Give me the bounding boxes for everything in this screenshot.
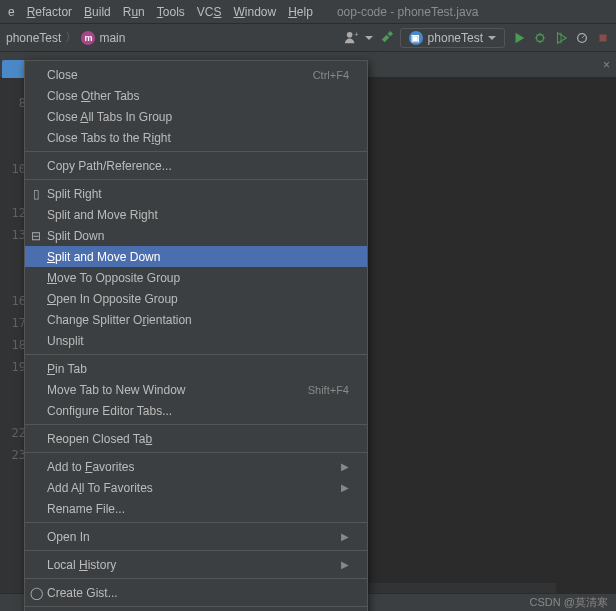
menu-separator bbox=[25, 550, 367, 551]
run-configuration-select[interactable]: ▣ phoneTest bbox=[400, 28, 505, 48]
menu-item-open-in-opposite-group[interactable]: Open In Opposite Group bbox=[25, 288, 367, 309]
menu-item-label: Pin Tab bbox=[47, 362, 349, 376]
menu-item-label: Split and Move Down bbox=[47, 250, 349, 264]
coverage-icon[interactable] bbox=[553, 30, 568, 45]
menu-item-label: Close Other Tabs bbox=[47, 89, 349, 103]
menu-item-shortcut: Shift+F4 bbox=[308, 384, 349, 396]
menu-tools[interactable]: Tools bbox=[151, 3, 191, 21]
menu-vcs[interactable]: VCS bbox=[191, 3, 228, 21]
menu-item-label: Close bbox=[47, 68, 313, 82]
menu-separator bbox=[25, 151, 367, 152]
chevron-down-icon[interactable] bbox=[365, 36, 373, 40]
menu-item-label: Unsplit bbox=[47, 334, 349, 348]
menu-item-change-splitter-orientation[interactable]: Change Splitter Orientation bbox=[25, 309, 367, 330]
menu-item-unsplit[interactable]: Unsplit bbox=[25, 330, 367, 351]
menu-separator bbox=[25, 452, 367, 453]
main-menubar: e Refactor Build Run Tools VCS Window He… bbox=[0, 0, 616, 24]
navigation-bar: phoneTest 〉 m main + ▣ phoneTest bbox=[0, 24, 616, 52]
breadcrumb-file[interactable]: phoneTest bbox=[6, 31, 61, 45]
menu-item-configure-editor-tabs[interactable]: Configure Editor Tabs... bbox=[25, 400, 367, 421]
menu-item-label: Rename File... bbox=[47, 502, 349, 516]
menu-item-add-all-to-favorites[interactable]: Add All To Favorites▶ bbox=[25, 477, 367, 498]
menu-item-create-gist[interactable]: ◯Create Gist... bbox=[25, 582, 367, 603]
menu-item-icon: ⊟ bbox=[30, 229, 42, 243]
run-icon[interactable] bbox=[511, 30, 526, 45]
menu-item-split-and-move-right[interactable]: Split and Move Right bbox=[25, 204, 367, 225]
user-add-icon[interactable]: + bbox=[344, 30, 359, 45]
chevron-right-icon: 〉 bbox=[65, 29, 77, 46]
stop-icon[interactable] bbox=[595, 30, 610, 45]
menu-item-label: Open In bbox=[47, 530, 341, 544]
menu-item-rename-file[interactable]: Rename File... bbox=[25, 498, 367, 519]
close-tab-icon[interactable]: × bbox=[597, 58, 616, 72]
menu-item-move-tab-to-new-window[interactable]: Move Tab to New WindowShift+F4 bbox=[25, 379, 367, 400]
submenu-arrow-icon: ▶ bbox=[341, 482, 349, 493]
menu-item-close-other-tabs[interactable]: Close Other Tabs bbox=[25, 85, 367, 106]
menu-item-label: Move To Opposite Group bbox=[47, 271, 349, 285]
menu-item-label: Copy Path/Reference... bbox=[47, 159, 349, 173]
menu-item-move-to-opposite-group[interactable]: Move To Opposite Group bbox=[25, 267, 367, 288]
menu-item-label: Create Gist... bbox=[47, 586, 349, 600]
menu-build[interactable]: Build bbox=[78, 3, 117, 21]
menu-separator bbox=[25, 424, 367, 425]
menu-item-label: Move Tab to New Window bbox=[47, 383, 308, 397]
menu-refactor[interactable]: Refactor bbox=[21, 3, 78, 21]
menu-item-close-tabs-to-the-right[interactable]: Close Tabs to the Right bbox=[25, 127, 367, 148]
menu-separator bbox=[25, 522, 367, 523]
watermark: CSDN @莫清寒 bbox=[530, 595, 608, 610]
menu-separator bbox=[25, 578, 367, 579]
window-title: oop-code - phoneTest.java bbox=[337, 5, 478, 19]
method-icon: m bbox=[81, 31, 95, 45]
menu-item-icon: ◯ bbox=[30, 586, 42, 600]
menu-item-split-and-move-down[interactable]: Split and Move Down bbox=[25, 246, 367, 267]
menu-item-label: Open In Opposite Group bbox=[47, 292, 349, 306]
chevron-down-icon bbox=[488, 36, 496, 40]
submenu-arrow-icon: ▶ bbox=[341, 461, 349, 472]
hammer-build-icon[interactable] bbox=[379, 30, 394, 45]
menu-item-pin-tab[interactable]: Pin Tab bbox=[25, 358, 367, 379]
menu-item-label: Add All To Favorites bbox=[47, 481, 341, 495]
menu-item-local-history[interactable]: Local History▶ bbox=[25, 554, 367, 575]
menu-partial[interactable]: e bbox=[2, 3, 21, 21]
menu-item-split-right[interactable]: ▯Split Right bbox=[25, 183, 367, 204]
submenu-arrow-icon: ▶ bbox=[341, 531, 349, 542]
menu-item-label: Change Splitter Orientation bbox=[47, 313, 349, 327]
profiler-icon[interactable] bbox=[574, 30, 589, 45]
menu-item-label: Split Right bbox=[47, 187, 349, 201]
menu-separator bbox=[25, 179, 367, 180]
run-config-label: phoneTest bbox=[428, 31, 483, 45]
menu-item-label: Close All Tabs In Group bbox=[47, 110, 349, 124]
menu-item-shortcut: Ctrl+F4 bbox=[313, 69, 349, 81]
tab-context-menu: CloseCtrl+F4Close Other TabsClose All Ta… bbox=[24, 60, 368, 611]
menu-item-split-down[interactable]: ⊟Split Down bbox=[25, 225, 367, 246]
svg-point-0 bbox=[346, 32, 352, 38]
menu-item-close-all-tabs-in-group[interactable]: Close All Tabs In Group bbox=[25, 106, 367, 127]
menu-item-label: Configure Editor Tabs... bbox=[47, 404, 349, 418]
submenu-arrow-icon: ▶ bbox=[341, 559, 349, 570]
svg-point-2 bbox=[536, 34, 543, 41]
menu-item-open-in[interactable]: Open In▶ bbox=[25, 526, 367, 547]
menu-separator bbox=[25, 606, 367, 607]
menu-item-label: Close Tabs to the Right bbox=[47, 131, 349, 145]
breadcrumb-method[interactable]: main bbox=[99, 31, 125, 45]
menu-item-label: Split Down bbox=[47, 229, 349, 243]
menu-item-label: Add to Favorites bbox=[47, 460, 341, 474]
menu-separator bbox=[25, 354, 367, 355]
menu-item-label: Split and Move Right bbox=[47, 208, 349, 222]
menu-window[interactable]: Window bbox=[228, 3, 283, 21]
menu-item-reopen-closed-tab[interactable]: Reopen Closed Tab bbox=[25, 428, 367, 449]
svg-rect-4 bbox=[599, 34, 606, 41]
menu-item-add-to-favorites[interactable]: Add to Favorites▶ bbox=[25, 456, 367, 477]
svg-text:+: + bbox=[354, 30, 359, 39]
class-icon: ▣ bbox=[409, 31, 423, 45]
menu-item-close[interactable]: CloseCtrl+F4 bbox=[25, 64, 367, 85]
menu-run[interactable]: Run bbox=[117, 3, 151, 21]
menu-item-icon: ▯ bbox=[30, 187, 42, 201]
menu-item-label: Reopen Closed Tab bbox=[47, 432, 349, 446]
toolbar-right: + ▣ phoneTest bbox=[344, 28, 610, 48]
breadcrumb: phoneTest 〉 m main bbox=[6, 29, 344, 46]
menu-item-label: Local History bbox=[47, 558, 341, 572]
debug-icon[interactable] bbox=[532, 30, 547, 45]
menu-item-copy-path-reference[interactable]: Copy Path/Reference... bbox=[25, 155, 367, 176]
menu-help[interactable]: Help bbox=[282, 3, 319, 21]
